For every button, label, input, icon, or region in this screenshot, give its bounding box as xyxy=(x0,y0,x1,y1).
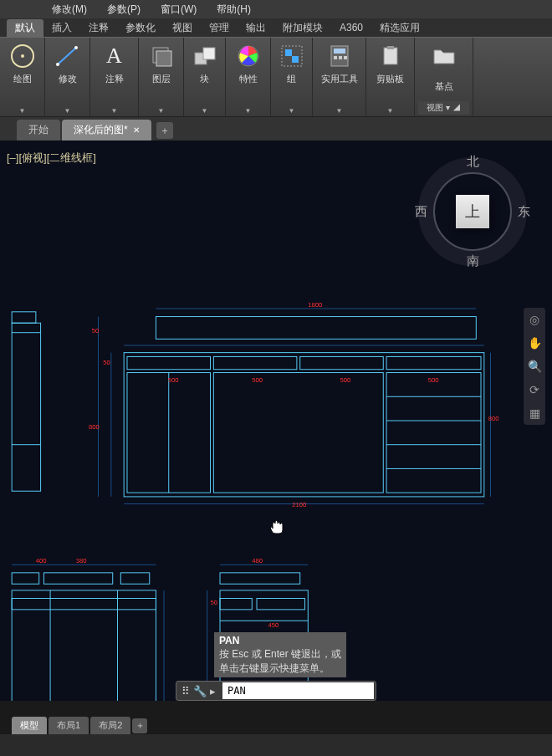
svg-text:800: 800 xyxy=(89,423,100,431)
panel-group[interactable]: 组 ▼ xyxy=(271,38,313,116)
svg-line-2 xyxy=(58,48,76,64)
tab-parametric[interactable]: 参数化 xyxy=(117,19,164,37)
panel-annotate[interactable]: A 注释 ▼ xyxy=(90,38,139,116)
panel-properties[interactable]: 特性 ▼ xyxy=(226,38,271,116)
block-icon xyxy=(192,43,218,69)
tab-manage[interactable]: 管理 xyxy=(201,19,238,37)
svg-rect-19 xyxy=(387,46,394,49)
chevron-down-icon[interactable]: ▼ xyxy=(245,107,252,115)
text-icon: A xyxy=(101,43,128,69)
panel-utilities[interactable]: 实用工具 ▼ xyxy=(313,38,366,116)
calculator-icon xyxy=(326,43,353,69)
svg-text:400: 400 xyxy=(36,557,47,564)
tab-annotate[interactable]: 注释 xyxy=(80,19,117,37)
panel-modify[interactable]: 修改 ▼ xyxy=(45,38,90,116)
svg-text:480: 480 xyxy=(252,557,263,564)
chevron-down-icon[interactable]: ▼ xyxy=(289,107,295,115)
svg-point-4 xyxy=(74,46,78,49)
svg-text:50: 50 xyxy=(211,599,218,606)
svg-rect-29 xyxy=(386,356,481,369)
tab-default[interactable]: 默认 xyxy=(7,19,43,37)
svg-rect-16 xyxy=(339,56,342,59)
folder-icon xyxy=(431,43,457,69)
svg-rect-28 xyxy=(300,356,384,369)
panel-label: 块 xyxy=(200,73,209,85)
tab-a360[interactable]: A360 xyxy=(331,20,371,35)
svg-rect-20 xyxy=(12,312,36,323)
tab-insert[interactable]: 插入 xyxy=(43,19,80,37)
svg-text:500: 500 xyxy=(252,376,263,384)
tab-addin[interactable]: 附加模块 xyxy=(274,19,331,37)
panel-base[interactable]: 基点 视图 ▾ ◢ xyxy=(415,38,473,116)
svg-text:500: 500 xyxy=(168,376,179,384)
filetab-drawing[interactable]: 深化后的图*✕ xyxy=(62,120,151,140)
chevron-down-icon[interactable]: ▼ xyxy=(202,107,208,115)
ribbon: 绘图 ▼ 修改 ▼ A 注释 ▼ 图层 ▼ 块 ▼ xyxy=(0,37,552,117)
svg-rect-18 xyxy=(384,48,397,64)
svg-rect-12 xyxy=(292,56,299,63)
svg-rect-39 xyxy=(43,573,112,584)
svg-text:500: 500 xyxy=(428,376,439,384)
panel-clipboard[interactable]: 剪贴板 ▼ xyxy=(366,38,415,116)
subview-label[interactable]: 视图 ▾ ◢ xyxy=(418,101,469,115)
svg-rect-44 xyxy=(12,598,156,609)
svg-rect-38 xyxy=(12,573,39,584)
svg-rect-14 xyxy=(334,49,345,54)
close-icon[interactable]: ✕ xyxy=(133,125,140,135)
tooltip-line: 按 Esc 或 Enter 键退出，或 xyxy=(219,647,341,662)
color-wheel-icon xyxy=(235,43,262,69)
wrench-icon[interactable]: 🔧 xyxy=(193,685,207,697)
add-tab-button[interactable]: ＋ xyxy=(156,122,173,139)
chevron-down-icon[interactable]: ▼ xyxy=(19,107,26,115)
chevron-down-icon[interactable]: ▼ xyxy=(387,107,394,115)
grip-icon[interactable]: ⠿ xyxy=(181,685,190,697)
status-bar xyxy=(0,734,552,756)
panel-label: 绘图 xyxy=(13,73,32,85)
tab-output[interactable]: 输出 xyxy=(238,19,274,37)
chevron-down-icon[interactable]: ▼ xyxy=(111,107,118,115)
panel-layers[interactable]: 图层 ▼ xyxy=(139,38,184,116)
svg-rect-11 xyxy=(285,49,292,56)
svg-text:2100: 2100 xyxy=(292,501,306,508)
tab-featured[interactable]: 精选应用 xyxy=(371,19,428,37)
panel-draw[interactable]: 绘图 ▼ xyxy=(0,38,45,116)
svg-rect-27 xyxy=(213,356,297,369)
svg-rect-25 xyxy=(124,353,484,497)
svg-rect-32 xyxy=(386,373,481,493)
svg-text:800: 800 xyxy=(488,415,499,422)
line-icon xyxy=(54,43,81,69)
svg-text:450: 450 xyxy=(268,621,279,629)
panel-label: 特性 xyxy=(239,73,258,85)
panel-label: 基点 xyxy=(435,80,453,93)
menu-help[interactable]: 帮助(H) xyxy=(207,3,261,17)
cad-drawing: 1800 500 500 500 500 50 800 50 2100 800 … xyxy=(0,140,552,701)
menu-window[interactable]: 窗口(W) xyxy=(151,3,207,17)
add-layout-button[interactable]: ＋ xyxy=(132,718,147,733)
chevron-down-icon[interactable]: ▼ xyxy=(158,107,165,115)
chevron-down-icon[interactable]: ▼ xyxy=(336,107,343,115)
pan-cursor-icon xyxy=(268,517,288,542)
command-input[interactable] xyxy=(222,682,374,699)
menu-params[interactable]: 参数(P) xyxy=(97,3,151,17)
tooltip-title: PAN xyxy=(219,634,341,648)
tab-model[interactable]: 模型 xyxy=(12,717,47,734)
svg-rect-37 xyxy=(213,373,383,493)
panel-block[interactable]: 块 ▼ xyxy=(184,38,226,116)
panel-label: 图层 xyxy=(152,73,171,85)
svg-rect-24 xyxy=(156,317,476,340)
tab-layout1[interactable]: 布局1 xyxy=(49,717,89,734)
svg-text:1800: 1800 xyxy=(308,301,322,309)
tab-view[interactable]: 视图 xyxy=(164,19,201,37)
panel-label: 实用工具 xyxy=(321,73,358,85)
svg-rect-15 xyxy=(334,56,337,59)
layers-icon xyxy=(148,43,175,69)
svg-rect-45 xyxy=(220,573,300,584)
tab-layout2[interactable]: 布局2 xyxy=(90,717,130,734)
filetab-start[interactable]: 开始 xyxy=(17,120,60,140)
menu-modify[interactable]: 修改(M) xyxy=(42,3,97,17)
svg-rect-21 xyxy=(12,323,40,491)
drawing-viewport[interactable]: [–][俯视][二维线框] 上 北 南 西 东 ◎ ✋ 🔍 ⟳ ▦ xyxy=(0,140,552,701)
panel-label: 剪贴板 xyxy=(376,73,404,85)
chevron-down-icon[interactable]: ▼ xyxy=(64,107,71,115)
svg-text:380: 380 xyxy=(76,557,87,564)
